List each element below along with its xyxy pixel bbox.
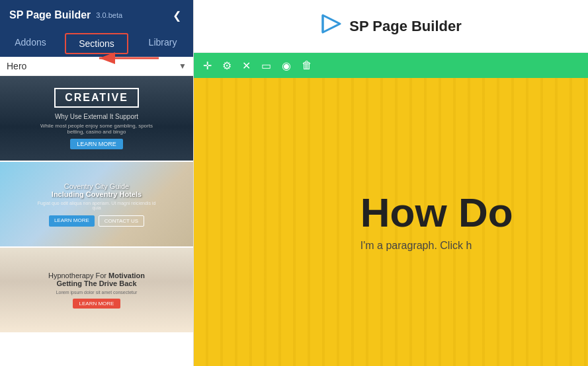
main-area: SP Page Builder ✛ ⚙ ✕ ▭ ◉ 🗑 How Do I'm a… [194,0,588,366]
brand-name-text: SP Page Builder [349,18,462,35]
dropdown-arrow-icon: ▼ [179,61,187,71]
thumb-coventry-title: Coventry City Guide [64,182,129,190]
main-header: SP Page Builder [194,0,588,53]
tab-addons[interactable]: Addons [0,30,61,57]
toolbar-settings-icon[interactable]: ⚙ [220,58,234,73]
thumb-hypno-title: Hypnotherapy For Motivation [48,272,145,279]
thumb-coventry-btn2: CONTACT US [99,215,144,227]
thumb-creative-subtitle: Why Use External It Support [55,113,138,120]
section-thumbnail-hypno[interactable]: Hypnotherapy For Motivation Getting The … [0,248,193,334]
section-thumbnail-creative[interactable]: CREATIVE Why Use External It Support Whi… [0,76,193,162]
left-panel: SP Page Builder 3.0.beta ❮ Addons Sectio… [0,0,194,366]
thumb-coventry-buttons: LEARN MORE CONTACT US [49,215,144,227]
thumb-creative-btn: LEARN MORE [70,139,123,149]
thumb-hypno-btn: LEARN MORE [73,299,121,309]
toolbar-delete-icon[interactable]: 🗑 [299,58,315,73]
thumb-coventry-btn1: LEARN MORE [49,215,95,227]
panel-title-group: SP Page Builder 3.0.beta [9,9,122,21]
panel-collapse-button[interactable]: ❮ [170,7,184,24]
tab-library[interactable]: Library [132,30,193,57]
toolbar-move-icon[interactable]: ✕ [239,58,253,73]
brand-play-icon [320,13,343,40]
category-dropdown-row: Hero About Features Portfolio Contact ▼ [0,57,193,76]
tab-sections[interactable]: Sections [65,33,128,54]
content-area: How Do I'm a paragraph. Click h [194,78,588,366]
thumb-hypno-desc: Lorem ipsum dolor sit amet consectetur [56,290,138,295]
toolbar-clone-icon[interactable]: ▭ [259,58,274,73]
content-heading: How Do [360,192,513,233]
panel-beta: 3.0.beta [96,11,122,19]
section-list: CREATIVE Why Use External It Support Whi… [0,76,193,366]
brand-logo: SP Page Builder [320,13,462,40]
category-dropdown[interactable]: Hero About Features Portfolio Contact [7,61,179,71]
thumb-coventry-desc: Fugiat quo odit aliqua non aperiam. Ut m… [37,201,156,210]
content-paragraph: I'm a paragraph. Click h [360,240,513,252]
thumb-creative-lines: While most people enjoy some gambling, s… [40,123,153,135]
thumb-hypno-subtitle: Getting The Drive Back [56,279,136,287]
thumb-creative-title: CREATIVE [54,88,139,108]
thumb-coventry-subtitle: Including Coventry Hotels [52,190,142,198]
toolbar-add-icon[interactable]: ✛ [200,58,214,73]
section-thumbnail-coventry[interactable]: Coventry City Guide Including Coventry H… [0,162,193,248]
content-toolbar: ✛ ⚙ ✕ ▭ ◉ 🗑 [194,53,588,78]
panel-tabs: Addons Sections Library [0,30,193,57]
toolbar-visible-icon[interactable]: ◉ [279,58,294,73]
svg-marker-2 [323,15,340,32]
content-text-block: How Do I'm a paragraph. Click h [360,192,513,252]
panel-header: SP Page Builder 3.0.beta ❮ [0,0,193,30]
panel-title: SP Page Builder [9,9,91,21]
